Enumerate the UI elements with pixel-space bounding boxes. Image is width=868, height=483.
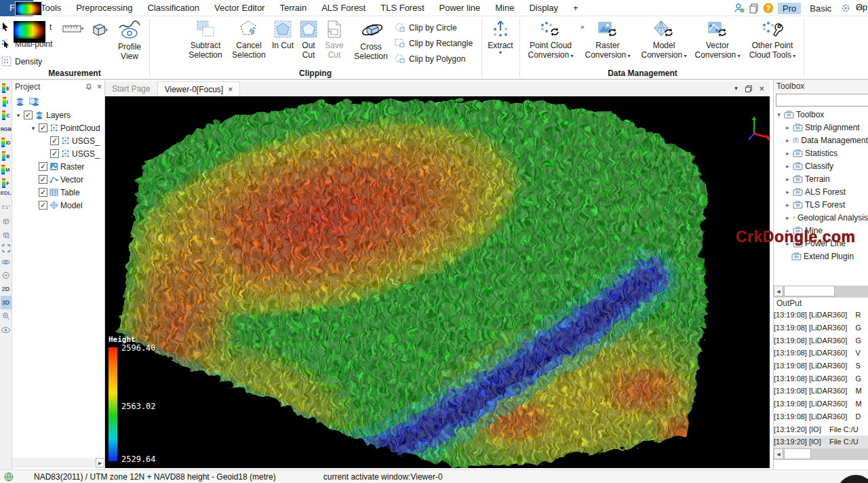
cube-clip-button[interactable] <box>1 228 12 242</box>
close-panel-icon[interactable]: × <box>97 82 102 92</box>
settings-gear-icon[interactable] <box>840 3 851 14</box>
toolbox-tree-item[interactable]: ▸ TLS Forest <box>774 198 868 211</box>
log-line[interactable]: [13:19:08] [LiDAR360] G <box>774 372 868 385</box>
scroll-left-icon[interactable]: ◀ <box>774 448 783 459</box>
tree-item-raster[interactable]: ✓ Raster <box>12 160 104 173</box>
colormap-display-button[interactable]: E <box>1 81 12 95</box>
cross-selection-button[interactable]: Cross Selection <box>351 20 391 61</box>
toolbox-tree-item[interactable]: ▾ Toolbox <box>774 108 868 121</box>
help-icon[interactable]: ? <box>763 3 774 14</box>
extract-button[interactable]: Extract ▾ <box>484 20 517 56</box>
close-viewer-icon[interactable]: × <box>759 83 764 94</box>
raster-conversion-button[interactable]: Raster Conversion <box>580 20 635 61</box>
menu-item[interactable]: Vector Editor <box>207 0 272 16</box>
log-line[interactable]: [13:19:08] [LiDAR360] R <box>774 309 868 322</box>
view-3d-button[interactable]: 3D <box>1 296 12 309</box>
full-extent-button[interactable] <box>1 242 12 255</box>
ruler-tool-button[interactable] <box>62 24 84 33</box>
cube-view-button[interactable] <box>1 214 12 228</box>
add-layer-icon[interactable] <box>15 97 25 106</box>
expander-icon[interactable]: ▸ <box>785 214 791 221</box>
orbit-view-button[interactable] <box>1 255 12 269</box>
colormap-display-button[interactable]: B <box>1 149 12 163</box>
expander-icon[interactable]: ▸ <box>785 124 791 131</box>
pin-icon[interactable] <box>85 83 92 91</box>
log-line[interactable]: [13:19:08] [LiDAR360] G <box>774 322 868 334</box>
toolbox-tree-item[interactable]: ▸ Data Management <box>774 134 868 147</box>
menu-item[interactable]: Power line <box>432 0 488 16</box>
expander-icon[interactable]: ▸ <box>785 189 791 195</box>
log-line[interactable]: [13:19:08] [LiDAR360] S <box>774 360 868 372</box>
tree-item-layers[interactable]: ▾ ✓ Layers <box>12 109 104 121</box>
checkbox-checked[interactable]: ✓ <box>39 201 47 210</box>
tree-item-pointcloud[interactable]: ▾ ✓ PointCloud <box>12 121 104 134</box>
colormap-display-button[interactable]: I <box>1 95 12 109</box>
toolbox-hscrollbar[interactable]: ◀ <box>774 286 868 297</box>
layer-group-icon[interactable] <box>29 97 39 106</box>
menu-item[interactable]: + <box>566 0 586 16</box>
checkbox-checked[interactable]: ✓ <box>50 136 59 145</box>
tree-item-usgs-2[interactable]: ✓ USGS_ <box>12 147 104 160</box>
toolbox-search-input[interactable] <box>776 94 868 107</box>
log-line[interactable]: [13:19:20] [IO] File C:/U <box>774 436 868 448</box>
density-button[interactable]: Density <box>1 56 42 66</box>
toolbox-tree-item[interactable]: ▸ Statistics <box>774 147 868 159</box>
checkbox-checked[interactable]: ✓ <box>39 188 47 197</box>
subtract-selection-button[interactable]: Subtract Selection <box>184 20 226 60</box>
cancel-selection-button[interactable]: Cancel Selection <box>229 20 269 60</box>
viewer-3d-canvas[interactable]: + Height 2596.40 2563.02 2529.64 <box>105 96 770 468</box>
colormap-display-button[interactable]: RGB <box>1 122 12 136</box>
toolbox-tree-item[interactable]: ▸ Classify <box>774 159 868 172</box>
expander-icon[interactable]: ▾ <box>30 125 37 132</box>
basic-mode-badge[interactable]: Basic <box>805 3 836 14</box>
tree-item-usgs-1[interactable]: ✓ USGS_ <box>12 134 104 147</box>
expander-icon[interactable]: ▸ <box>785 137 791 144</box>
zoom-in-button[interactable] <box>1 309 12 323</box>
bounding-box-button[interactable] <box>88 20 108 39</box>
edl-toggle-button[interactable]: EDL <box>1 190 12 201</box>
measure-strip-icon[interactable] <box>1 201 12 214</box>
scroll-thumb[interactable] <box>784 286 835 296</box>
tab-dropdown-icon[interactable]: ▼ <box>733 85 738 92</box>
log-line[interactable]: [13:19:08] [LiDAR360] V <box>774 347 868 360</box>
other-point-cloud-tools-button[interactable]: Other Point Cloud Tools <box>743 20 802 61</box>
toolbox-tree-item[interactable]: ▸ Terrain <box>774 172 868 185</box>
clip-by-circle-button[interactable]: Clip by Circle <box>395 22 457 33</box>
colormap-display-button[interactable]: ID <box>1 136 12 149</box>
colormap-display-button[interactable]: C <box>1 109 12 122</box>
clip-by-polygon-button[interactable]: Clip by Polygon <box>395 54 465 64</box>
in-cut-button[interactable]: In Cut <box>270 20 296 50</box>
menu-item[interactable]: Display <box>521 0 566 16</box>
colormap-display-button[interactable]: F <box>1 176 12 190</box>
expander-icon[interactable]: ▸ <box>785 176 791 182</box>
visibility-button[interactable] <box>1 323 12 336</box>
log-line[interactable]: [13:19:20] [IO] File C:/U <box>774 423 868 436</box>
scroll-right-icon[interactable]: ▶ <box>96 458 104 467</box>
tab-viewer-0[interactable]: Viewer-0[Focus]× <box>157 81 241 96</box>
tree-item-vector[interactable]: ✓ Vector <box>12 173 104 186</box>
toolbox-tree-item[interactable]: ▸ Strip Alignment <box>774 121 868 134</box>
vector-conversion-button[interactable]: Vector Conversion <box>692 20 743 61</box>
menu-item[interactable]: Classification <box>140 0 207 16</box>
log-line[interactable]: [13:19:08] [LiDAR360] M <box>774 398 868 410</box>
expander-icon[interactable]: ▾ <box>15 112 22 119</box>
checkbox-checked[interactable]: ✓ <box>50 149 59 158</box>
menu-item[interactable]: Terrain <box>272 0 314 16</box>
menu-item[interactable]: Preprocessing <box>68 0 140 16</box>
clip-by-rectangle-button[interactable]: Clip by Rectangle <box>395 38 473 48</box>
scroll-left-icon[interactable]: ◀ <box>774 286 783 296</box>
menu-item[interactable]: Mine <box>488 0 521 16</box>
out-cut-button[interactable]: Out Cut <box>296 20 321 60</box>
view-2d-button[interactable]: 2D <box>1 282 12 296</box>
checkbox-checked[interactable]: ✓ <box>39 175 47 184</box>
toolbox-tree-item[interactable]: ▸ ALS Forest <box>774 185 868 198</box>
copy-pages-icon[interactable] <box>749 3 759 14</box>
log-line[interactable]: [13:19:08] [LiDAR360] D <box>774 410 868 423</box>
tab-start-page[interactable]: Start Page <box>105 81 157 96</box>
checkbox-checked[interactable]: ✓ <box>39 162 47 171</box>
project-hscrollbar[interactable]: ▶ <box>12 458 105 468</box>
pro-mode-badge[interactable]: Pro <box>778 3 801 14</box>
model-conversion-button[interactable]: Model Conversion <box>636 20 692 61</box>
expander-icon[interactable]: ▸ <box>785 163 791 170</box>
user-icon[interactable] <box>734 3 745 14</box>
